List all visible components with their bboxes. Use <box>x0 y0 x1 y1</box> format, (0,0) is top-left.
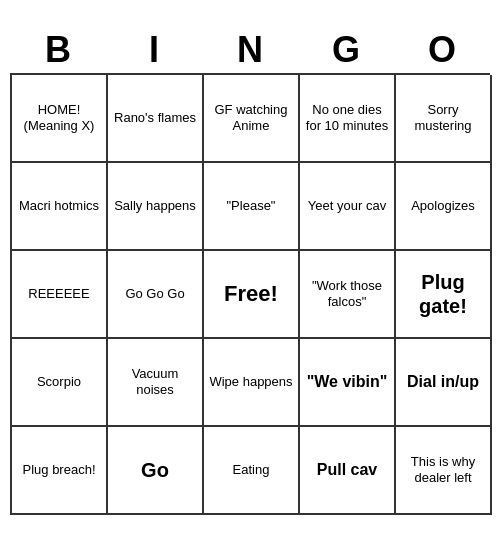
header-i: I <box>110 29 198 71</box>
bingo-cell-19: Dial in/up <box>396 339 492 427</box>
bingo-cell-10: REEEEEE <box>12 251 108 339</box>
bingo-cell-17: Wipe happens <box>204 339 300 427</box>
bingo-cell-14: Plug gate! <box>396 251 492 339</box>
bingo-grid: HOME! (Meaning X)Rano's flamesGF watchin… <box>10 73 490 515</box>
bingo-cell-8: Yeet your cav <box>300 163 396 251</box>
bingo-cell-3: No one dies for 10 minutes <box>300 75 396 163</box>
header-n: N <box>206 29 294 71</box>
header-o: O <box>398 29 486 71</box>
bingo-cell-2: GF watching Anime <box>204 75 300 163</box>
bingo-cell-13: "Work those falcos" <box>300 251 396 339</box>
bingo-cell-6: Sally happens <box>108 163 204 251</box>
header-b: B <box>14 29 102 71</box>
bingo-card: B I N G O HOME! (Meaning X)Rano's flames… <box>10 29 490 515</box>
bingo-cell-18: "We vibin" <box>300 339 396 427</box>
bingo-cell-20: Plug breach! <box>12 427 108 515</box>
bingo-cell-22: Eating <box>204 427 300 515</box>
bingo-cell-12: Free! <box>204 251 300 339</box>
bingo-cell-23: Pull cav <box>300 427 396 515</box>
bingo-cell-4: Sorry mustering <box>396 75 492 163</box>
bingo-cell-24: This is why dealer left <box>396 427 492 515</box>
bingo-cell-9: Apologizes <box>396 163 492 251</box>
bingo-cell-11: Go Go Go <box>108 251 204 339</box>
header-g: G <box>302 29 390 71</box>
bingo-cell-15: Scorpio <box>12 339 108 427</box>
bingo-cell-16: Vacuum noises <box>108 339 204 427</box>
bingo-cell-0: HOME! (Meaning X) <box>12 75 108 163</box>
bingo-header: B I N G O <box>10 29 490 71</box>
bingo-cell-5: Macri hotmics <box>12 163 108 251</box>
bingo-cell-1: Rano's flames <box>108 75 204 163</box>
bingo-cell-7: "Please" <box>204 163 300 251</box>
bingo-cell-21: Go <box>108 427 204 515</box>
